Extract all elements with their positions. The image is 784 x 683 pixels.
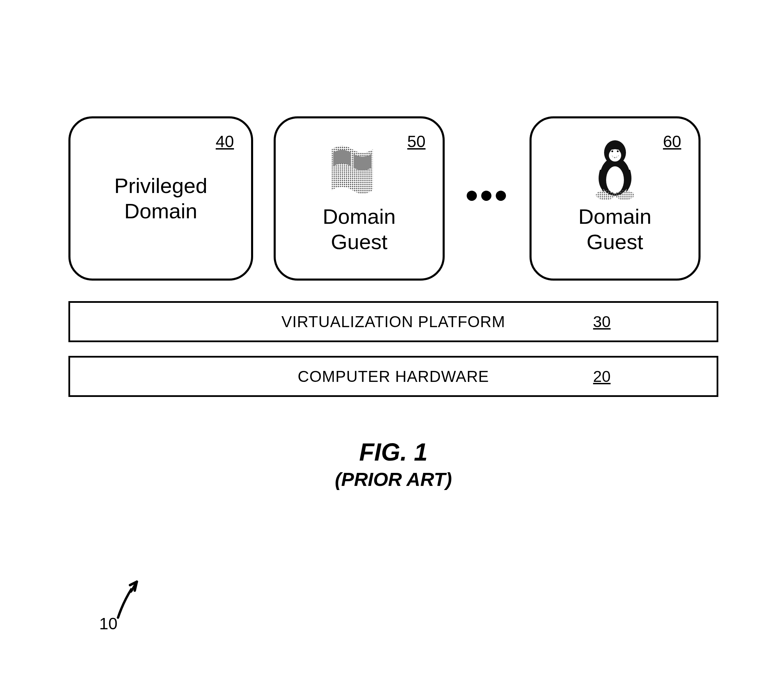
domain-tiles-row: 40 Privileged Domain 50: [69, 116, 718, 281]
tile-privileged-domain: 40 Privileged Domain: [69, 116, 253, 281]
bar: COMPUTER HARDWARE 20: [69, 356, 718, 397]
bar-virtualization-platform: VIRTUALIZATION PLATFORM 30: [69, 301, 718, 342]
svg-point-3: [606, 166, 624, 194]
tile-domain-guest-windows: 50 Domain: [274, 116, 445, 281]
svg-point-10: [596, 190, 615, 200]
windows-flag-icon: [323, 132, 395, 200]
figure-subtitle: (PRIOR ART): [69, 468, 718, 491]
ref-number: 60: [663, 132, 681, 151]
bar-label: COMPUTER HARDWARE: [298, 367, 489, 386]
tile-domain-guest-linux: 60: [530, 116, 701, 281]
tile-label: Domain Guest: [323, 204, 396, 255]
diagram-figure-1: 40 Privileged Domain 50: [69, 116, 718, 491]
ref-number: 10: [99, 614, 117, 633]
figure-caption: FIG. 1 (PRIOR ART): [69, 438, 718, 491]
ellipsis-icon: •••: [465, 176, 509, 214]
svg-point-9: [617, 150, 618, 152]
bar-label: VIRTUALIZATION PLATFORM: [282, 313, 505, 331]
diagram-reference-arrow: 10: [99, 564, 168, 633]
bar: VIRTUALIZATION PLATFORM 30: [69, 301, 718, 342]
bar-computer-hardware: COMPUTER HARDWARE 20: [69, 356, 718, 397]
page: 40 Privileged Domain 50: [0, 0, 784, 683]
tile-label: Privileged Domain: [114, 173, 207, 224]
ref-number: 50: [407, 132, 426, 151]
tile-label: Domain Guest: [578, 204, 652, 255]
figure-number: FIG. 1: [69, 438, 718, 466]
ref-number: 40: [216, 132, 234, 151]
tux-penguin-icon: [579, 132, 651, 200]
svg-point-7: [611, 150, 613, 152]
ref-number: 20: [593, 367, 611, 386]
ref-number: 30: [593, 313, 611, 331]
svg-point-11: [615, 190, 634, 200]
